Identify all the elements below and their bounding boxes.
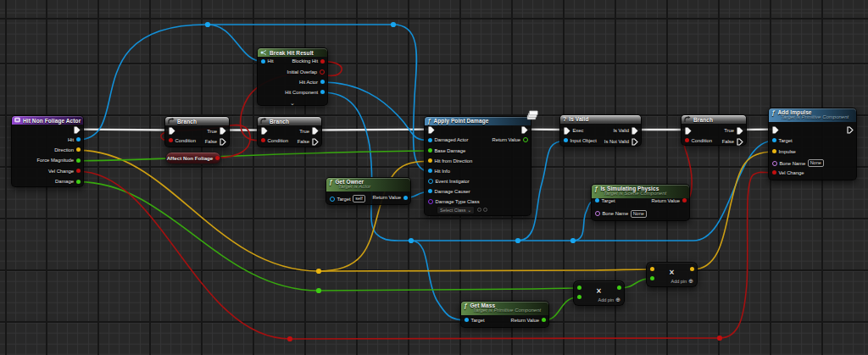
- wire-exec-event-to-branch1[interactable]: exec-event-to-branch1: [78, 130, 170, 130]
- pin-false[interactable]: [737, 138, 743, 146]
- pin-base-damage[interactable]: [428, 148, 432, 153]
- wire-flt-forcemagnitude-to-basedamage[interactable]: flt-forcemagnitude-to-basedamage: [78, 151, 430, 161]
- select-class-dropdown[interactable]: Select Class ⌄: [437, 206, 475, 214]
- pin-float-in[interactable]: [577, 286, 581, 290]
- blueprint-graph-canvas[interactable]: exec-event-to-branch1exec-branch1-true-t…: [0, 0, 868, 355]
- pin-target[interactable]: [772, 138, 776, 142]
- pin-false[interactable]: [312, 138, 319, 146]
- pin-vector-in[interactable]: [650, 267, 654, 271]
- pin-exec-in[interactable]: [169, 127, 175, 135]
- node-is-valid[interactable]: ?Is ValidExecInput ObjectIs ValidIs Not …: [559, 114, 642, 147]
- pin-true[interactable]: [737, 127, 743, 135]
- expand-chevron-icon[interactable]: ⌄: [290, 101, 295, 105]
- pin-hit-component[interactable]: [320, 90, 325, 94]
- pin-is-not-valid[interactable]: [632, 138, 638, 146]
- node-multiply-1[interactable]: ×Add pin⊕: [573, 280, 625, 306]
- wire-flt-reroute-to-multiply1[interactable]: flt-reroute-to-multiply1: [319, 288, 578, 291]
- pin-value-box[interactable]: None: [631, 210, 647, 218]
- pin-value-box[interactable]: self: [353, 195, 365, 202]
- pin-target[interactable]: [595, 198, 599, 202]
- pin-is-valid[interactable]: [632, 127, 638, 135]
- wire-vec-multiply2-to-impulse[interactable]: vec-multiply2-to-impulse: [693, 152, 774, 269]
- pin-condition[interactable]: [685, 138, 689, 142]
- pin-target[interactable]: [330, 197, 335, 202]
- node-break-hit-result[interactable]: Break Hit Result⌄HitBlocking HitInitial …: [257, 47, 328, 106]
- class-browse-icon[interactable]: [483, 208, 487, 212]
- pin-return-value[interactable]: [403, 196, 408, 200]
- node-var-affect-non-foliage[interactable]: Affect Non Foliage: [165, 152, 221, 164]
- reroute-damage[interactable]: [316, 288, 321, 293]
- pin-float-in[interactable]: [650, 276, 654, 280]
- pin-blocking-hit[interactable]: [320, 59, 325, 64]
- pin-exec-in[interactable]: [772, 126, 779, 134]
- pin-event-instigator[interactable]: [428, 179, 433, 184]
- node-branch-3[interactable]: BranchConditionTrueFalse: [681, 114, 747, 146]
- pin-value-box[interactable]: None: [808, 159, 824, 167]
- pin-damage[interactable]: [76, 180, 81, 184]
- node-get-mass[interactable]: ƒGet MassTarget is Primitive ComponentTa…: [460, 301, 549, 328]
- wire-obj-line-to-getmass[interactable]: obj-line-to-getmass: [411, 241, 466, 320]
- pin-return-value[interactable]: [542, 318, 546, 322]
- pin-damage-type-class[interactable]: [428, 199, 433, 204]
- reroute-component-b[interactable]: [515, 238, 520, 243]
- wire-vec-reroute-to-multiply2[interactable]: vec-reroute-to-multiply2: [319, 269, 651, 271]
- pin-vel-change[interactable]: [76, 169, 81, 173]
- wire-flt-damage-to-reroute[interactable]: flt-damage-to-reroute: [78, 182, 319, 291]
- pin-input-object[interactable]: [564, 138, 568, 142]
- node-is-simulating-physics[interactable]: ƒIs Simulating PhysicsTarget is Scene Co…: [591, 184, 690, 221]
- pin-impulse[interactable]: [772, 149, 776, 153]
- reroute-hit-1[interactable]: [205, 22, 210, 27]
- pin-force-magnitude[interactable]: [76, 158, 81, 163]
- node-multiply-2[interactable]: ×Add pin⊕: [646, 262, 698, 287]
- pin-return-value[interactable]: [682, 198, 687, 202]
- pin-hit[interactable]: [261, 59, 265, 64]
- pin-initial-overlap[interactable]: [320, 69, 325, 75]
- pin-bone-name[interactable]: [772, 161, 777, 166]
- pin-hit-actor[interactable]: [320, 80, 325, 84]
- pin-exec-out[interactable]: [847, 126, 854, 134]
- pin-hit-from-direction[interactable]: [428, 158, 432, 163]
- node-branch-1[interactable]: BranchConditionTrueFalse: [164, 116, 230, 147]
- pin-vel-change[interactable]: [772, 170, 776, 175]
- pin-true[interactable]: [312, 127, 319, 135]
- node-apply-point-damage[interactable]: ƒApply Point DamageDamaged ActorBase Dam…: [424, 116, 531, 216]
- pin-vector-out[interactable]: [690, 267, 694, 271]
- pin-exec-out[interactable]: [74, 126, 81, 134]
- add-pin-button[interactable]: Add pin⊕: [670, 279, 693, 284]
- reroute-velchange-a[interactable]: [287, 336, 292, 341]
- pin-float-out[interactable]: [617, 286, 621, 290]
- wire-vec-direction-to-reroute[interactable]: vec-direction-to-reroute: [78, 150, 319, 271]
- pin-bone-name[interactable]: [595, 211, 600, 216]
- pin-direction[interactable]: [76, 147, 81, 152]
- reroute-component-a[interactable]: [409, 238, 414, 243]
- pin-return-value[interactable]: [523, 137, 528, 142]
- pin-hit-info[interactable]: [428, 169, 432, 173]
- pin-condition[interactable]: [261, 138, 265, 142]
- pin-exec-in[interactable]: [685, 127, 692, 135]
- pin-false[interactable]: [220, 138, 226, 146]
- pin-hit[interactable]: [76, 137, 81, 141]
- wire-bool-velchange-to-reroute[interactable]: bool-velchange-to-reroute: [78, 171, 290, 339]
- reroute-component-c[interactable]: [570, 238, 576, 243]
- reroute-velchange-b[interactable]: [717, 336, 722, 341]
- pin-exec-in[interactable]: [261, 127, 268, 135]
- node-event-hit-non-foliage-actor[interactable]: Hit Non Foliage ActorHitDirectionForce M…: [11, 115, 84, 187]
- add-pin-button[interactable]: Add pin⊕: [598, 297, 620, 302]
- reroute-hit-2[interactable]: [391, 22, 396, 27]
- wire-obj-reroute1-to-breakhit[interactable]: obj-reroute1-to-breakhit: [208, 25, 263, 62]
- node-get-owner[interactable]: ƒGet OwnerTarget is ActorTargetselfRetur…: [326, 177, 411, 205]
- wire-bool-rise-to-velchange[interactable]: bool-rise-to-velchange: [720, 172, 774, 338]
- class-picker-icon[interactable]: [477, 208, 481, 212]
- pin-affect-non-foliage-out[interactable]: [215, 156, 220, 160]
- pin-target[interactable]: [465, 318, 469, 322]
- reroute-direction[interactable]: [316, 269, 321, 274]
- pin-exec[interactable]: [564, 127, 570, 135]
- wire-bool-reroute-to-rise[interactable]: bool-reroute-to-rise: [290, 338, 720, 339]
- node-add-impulse[interactable]: ƒAdd ImpulseTarget is Primitive Componen…: [768, 108, 857, 180]
- pin-true[interactable]: [220, 127, 226, 135]
- node-branch-2[interactable]: BranchConditionTrueFalse: [257, 116, 322, 147]
- pin-exec-out[interactable]: [521, 126, 528, 134]
- pin-damaged-actor[interactable]: [428, 138, 432, 142]
- pin-exec-in[interactable]: [428, 126, 435, 134]
- pin-condition[interactable]: [169, 138, 173, 142]
